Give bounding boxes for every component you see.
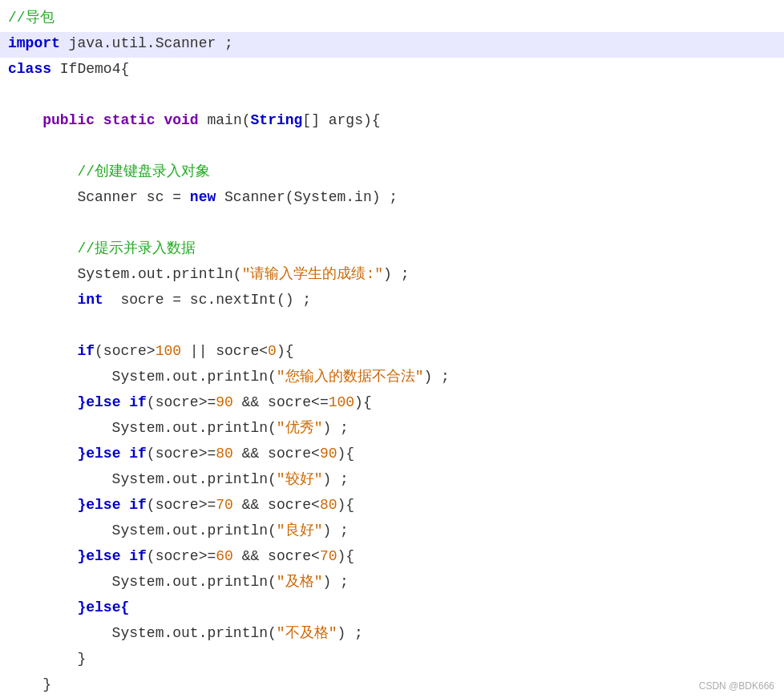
code-token: System.out.println( (8, 369, 277, 385)
code-token: 0 (268, 343, 277, 359)
code-token (8, 394, 77, 410)
code-token: Scanner sc (8, 189, 172, 205)
code-token: ) ; (423, 369, 449, 385)
code-line: } (0, 673, 784, 698)
code-token: //提示并录入数据 (77, 240, 196, 256)
code-line: System.out.println("及格") ; (0, 571, 784, 596)
code-token: "优秀" (277, 420, 323, 436)
code-token: ) ; (322, 574, 348, 590)
line-content: System.out.println("不及格") ; (8, 623, 363, 644)
code-token: 60 (216, 548, 233, 564)
code-token: int (77, 292, 103, 308)
code-token: = (172, 292, 181, 308)
code-token: "较好" (277, 471, 323, 487)
code-token (8, 163, 77, 180)
code-line: int socre = sc.nextInt() ; (0, 288, 784, 314)
code-token: ){ (354, 394, 372, 410)
code-token: socre (103, 292, 172, 308)
line-content: } (8, 674, 51, 696)
code-token (8, 599, 77, 615)
code-line (0, 83, 784, 109)
code-token: System.out.println( (8, 522, 277, 539)
code-token: main (208, 112, 242, 128)
code-line (0, 135, 784, 160)
line-content (8, 84, 17, 106)
code-token: java.util.Scanner ; (60, 35, 233, 51)
code-token (199, 112, 208, 128)
code-token: "及格" (277, 574, 323, 590)
code-token: System.out.println( (8, 266, 242, 282)
code-line: System.out.println("较好") ; (0, 468, 784, 494)
code-token: System.out.println( (8, 625, 277, 641)
code-line: public static void main(String[] args){ (0, 109, 784, 135)
code-token: ){ (337, 497, 355, 513)
code-token: [] args){ (302, 112, 380, 128)
code-line: System.out.println("良好") ; (0, 519, 784, 545)
code-token: 90 (216, 394, 233, 410)
code-token: }else if (77, 497, 146, 513)
line-content: if(socre>100 || socre<0){ (8, 341, 294, 362)
code-token: }else if (77, 548, 146, 564)
code-line: //提示并录入数据 (0, 237, 784, 263)
code-content: //导包import java.util.Scanner ;class IfDe… (0, 6, 784, 698)
code-token: 100 (156, 343, 181, 359)
code-editor: //导包import java.util.Scanner ;class IfDe… (0, 0, 784, 698)
code-token: static (103, 112, 156, 128)
code-token (181, 189, 190, 205)
code-line: System.out.println("请输入学生的成绩:") ; (0, 263, 784, 288)
code-token: = (172, 189, 181, 205)
code-token: sc.nextInt() ; (181, 292, 311, 308)
code-token (8, 240, 77, 256)
code-token: ) ; (322, 522, 348, 539)
line-content: System.out.println("您输入的数据不合法") ; (8, 366, 450, 388)
code-line: Scanner sc = new Scanner(System.in) ; (0, 186, 784, 212)
code-token: //导包 (8, 10, 55, 26)
code-token: void (164, 112, 198, 128)
code-token: (socre>= (147, 446, 216, 462)
code-token: //创建键盘录入对象 (77, 163, 210, 180)
code-line: System.out.println("您输入的数据不合法") ; (0, 365, 784, 391)
code-line: }else if(socre>=60 && socre<70){ (0, 545, 784, 571)
code-token: && socre< (233, 497, 320, 513)
code-token: "良好" (277, 522, 323, 539)
code-token: IfDemo4{ (51, 61, 129, 77)
code-token: }else if (77, 394, 146, 410)
code-token: "请输入学生的成绩:" (242, 266, 383, 282)
code-line: }else if(socre>=80 && socre<90){ (0, 442, 784, 468)
code-token: && socre<= (233, 394, 329, 410)
line-content (8, 135, 17, 157)
code-token: public (42, 112, 95, 128)
code-token: 70 (320, 548, 337, 564)
line-content: class IfDemo4{ (8, 59, 129, 80)
code-line (0, 212, 784, 237)
line-content: System.out.println("及格") ; (8, 571, 349, 593)
code-token: System.out.println( (8, 420, 277, 436)
code-token: && socre< (233, 446, 320, 462)
line-content: }else if(socre>=80 && socre<90){ (8, 443, 354, 465)
line-content: System.out.println("良好") ; (8, 520, 349, 542)
code-token: && socre< (233, 548, 320, 564)
code-token: class (8, 61, 51, 77)
line-content: //创建键盘录入对象 (8, 161, 210, 183)
code-token: 100 (329, 394, 354, 410)
code-line: if(socre>100 || socre<0){ (0, 340, 784, 365)
code-token: "不及格" (277, 625, 337, 641)
code-token: "您输入的数据不合法" (277, 369, 424, 385)
watermark: CSDN @BDK666 (699, 680, 774, 692)
code-token (8, 112, 42, 128)
line-content: //提示并录入数据 (8, 238, 196, 260)
code-token (156, 112, 164, 128)
code-line: System.out.println("优秀") ; (0, 417, 784, 442)
code-token: ) ; (337, 625, 362, 641)
code-token: if (77, 343, 95, 359)
code-token (95, 112, 103, 128)
line-content: }else if(socre>=90 && socre<=100){ (8, 392, 372, 414)
code-token: (socre>= (147, 548, 216, 564)
code-token: import (8, 35, 60, 51)
code-token: } (8, 651, 86, 667)
code-token: String (251, 112, 303, 128)
code-token: 80 (216, 446, 233, 462)
code-line: }else if(socre>=70 && socre<80){ (0, 494, 784, 519)
code-token: System.out.println( (8, 574, 277, 590)
code-line: }else if(socre>=90 && socre<=100){ (0, 391, 784, 417)
